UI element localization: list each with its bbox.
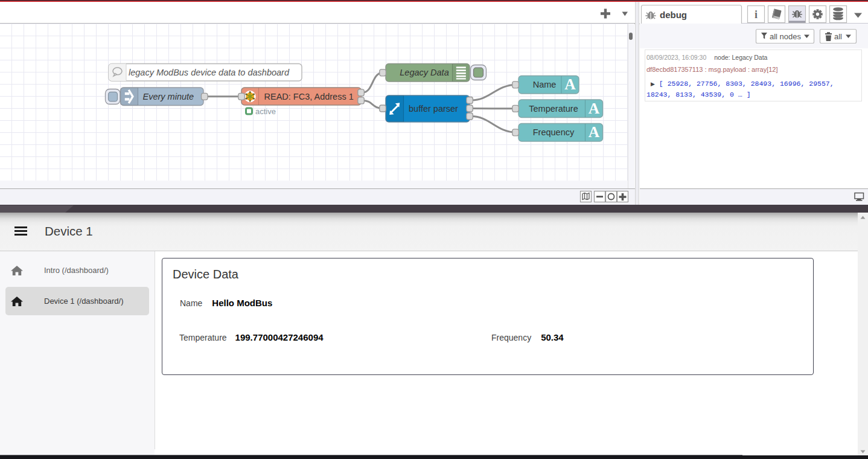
svg-text:A: A <box>589 100 600 117</box>
svg-text:READ: FC3, Address 1: READ: FC3, Address 1 <box>264 92 354 101</box>
svg-text:all nodes: all nodes <box>770 32 802 41</box>
svg-text:Legacy Data: Legacy Data <box>400 68 448 77</box>
svg-text:Name: Name <box>533 80 557 89</box>
svg-text:Frequency: Frequency <box>533 127 575 137</box>
svg-text:A: A <box>589 123 600 141</box>
svg-text:buffer parser: buffer parser <box>409 104 458 114</box>
svg-text:debug: debug <box>660 10 687 20</box>
svg-text:all: all <box>834 32 842 41</box>
svg-text:i: i <box>755 8 758 21</box>
svg-text:legacy ModBus device data to d: legacy ModBus device data to dashboard <box>129 68 290 77</box>
svg-text:Every minute: Every minute <box>143 92 194 101</box>
svg-text:A: A <box>564 75 576 93</box>
svg-text:Temperature: Temperature <box>529 104 578 114</box>
svg-text:active: active <box>255 107 276 116</box>
